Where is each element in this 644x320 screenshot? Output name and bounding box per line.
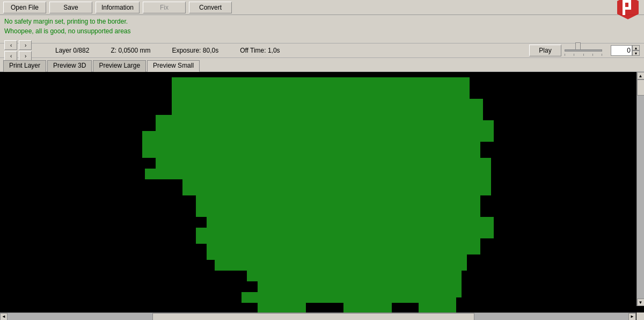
prev-button-1[interactable]: ‹ <box>4 40 17 50</box>
svg-marker-0 <box>617 0 639 19</box>
next-button-2[interactable]: › <box>19 51 32 61</box>
app-logo <box>615 0 641 20</box>
z-label: Z: 0,0500 mm <box>111 47 150 54</box>
scroll-thumb-v[interactable] <box>637 79 645 96</box>
exposure-label: Exposure: 80,0s <box>172 47 218 54</box>
spin-up[interactable]: ▲ <box>632 45 640 50</box>
tab-preview-small[interactable]: Preview Small <box>147 60 200 72</box>
play-button[interactable]: Play <box>529 45 561 56</box>
canvas-area: ▲ ▼ ◄ ► <box>0 72 644 320</box>
slider-container <box>565 45 608 56</box>
message-line-1: No safety margin set, printing to the bo… <box>4 17 640 26</box>
fix-button[interactable]: Fix <box>143 2 186 13</box>
scroll-left-button[interactable]: ◄ <box>0 313 8 321</box>
scroll-up-button[interactable]: ▲ <box>637 72 645 79</box>
tab-preview-large[interactable]: Preview Large <box>93 60 146 72</box>
slider-thumb[interactable] <box>575 42 581 50</box>
tab-preview-3d[interactable]: Preview 3D <box>47 60 92 72</box>
scroll-track-h[interactable] <box>8 313 628 321</box>
message-line-2: Whoopee, all is good, no unsupported are… <box>4 26 640 36</box>
information-button[interactable]: Information <box>96 2 140 13</box>
tabs-bar: Print Layer Preview 3D Preview Large Pre… <box>0 58 644 72</box>
scroll-track-v[interactable] <box>637 79 645 299</box>
off-time-label: Off Time: 1,0s <box>240 47 280 54</box>
scroll-right-button[interactable]: ► <box>628 313 636 321</box>
messages-area: No safety margin set, printing to the bo… <box>0 15 644 43</box>
svg-rect-4 <box>628 0 631 10</box>
vertical-scrollbar: ▲ ▼ <box>636 72 644 306</box>
scroll-thumb-h[interactable] <box>152 313 474 321</box>
horizontal-scrollbar: ◄ ► <box>0 312 636 320</box>
convert-button[interactable]: Convert <box>189 2 232 13</box>
toolbar: Open File Save Information Fix Convert <box>0 0 644 15</box>
frame-input-wrap: ▲ ▼ <box>611 45 640 56</box>
layer-info-bar: ‹ › ‹ › Layer 0/882 Z: 0,0500 mm Exposur… <box>0 43 644 58</box>
preview-image <box>0 72 636 314</box>
play-controls: Play ▲ ▼ <box>529 45 640 56</box>
spin-down[interactable]: ▼ <box>632 50 640 56</box>
save-button[interactable]: Save <box>49 2 92 13</box>
open-file-button[interactable]: Open File <box>3 2 46 13</box>
layer-label: Layer 0/882 <box>55 47 89 54</box>
next-button-1[interactable]: › <box>19 40 32 50</box>
prev-button-2[interactable]: ‹ <box>4 51 17 61</box>
scroll-down-button[interactable]: ▼ <box>637 299 645 306</box>
scrollbar-corner <box>636 312 644 320</box>
frame-number-input[interactable] <box>611 45 632 56</box>
tab-print-layer[interactable]: Print Layer <box>3 60 46 72</box>
